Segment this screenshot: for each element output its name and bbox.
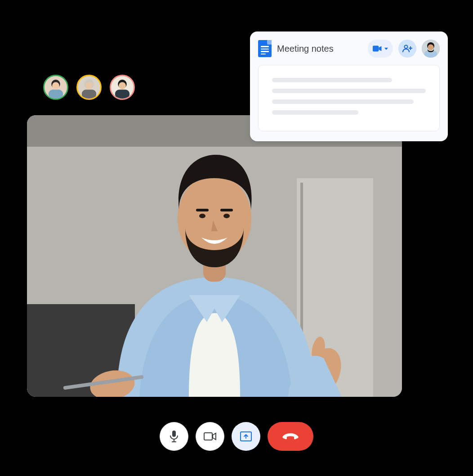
participant-avatars — [43, 75, 135, 100]
svg-rect-3 — [49, 90, 63, 99]
add-person-button[interactable] — [398, 40, 416, 58]
camera-icon — [204, 432, 216, 441]
text-placeholder-line — [272, 110, 358, 115]
svg-rect-27 — [373, 46, 379, 51]
svg-rect-38 — [204, 433, 212, 440]
svg-point-28 — [405, 45, 408, 49]
svg-point-6 — [85, 82, 93, 89]
notes-user-avatar[interactable] — [422, 40, 440, 58]
meeting-notes-panel: Meeting notes — [250, 31, 448, 141]
text-placeholder-line — [272, 89, 426, 93]
participant-avatar-1[interactable] — [43, 75, 68, 100]
participant-avatar-3[interactable] — [110, 75, 135, 100]
text-placeholder-line — [272, 78, 392, 82]
svg-point-19 — [199, 214, 205, 218]
notes-title: Meeting notes — [277, 44, 362, 54]
svg-rect-21 — [196, 209, 209, 211]
svg-point-10 — [119, 82, 126, 89]
notes-header: Meeting notes — [258, 40, 440, 58]
present-screen-button[interactable] — [232, 422, 260, 451]
notes-document-area[interactable] — [258, 65, 440, 131]
hang-up-icon — [282, 432, 299, 440]
hang-up-button[interactable] — [268, 422, 313, 451]
chevron-down-icon — [384, 48, 388, 50]
camera-button[interactable] — [196, 422, 224, 451]
microphone-icon — [169, 430, 179, 443]
camera-dropdown-button[interactable] — [368, 40, 393, 58]
docs-icon — [258, 40, 272, 57]
svg-rect-22 — [220, 209, 233, 211]
svg-rect-35 — [172, 431, 176, 437]
svg-point-20 — [223, 214, 230, 218]
present-screen-icon — [240, 431, 252, 441]
microphone-button[interactable] — [160, 422, 188, 451]
participant-avatar-2[interactable] — [76, 75, 102, 100]
svg-rect-11 — [115, 90, 129, 99]
main-video-tile[interactable] — [27, 115, 402, 397]
svg-point-33 — [428, 45, 434, 50]
call-controls — [160, 422, 313, 451]
text-placeholder-line — [272, 99, 414, 104]
svg-rect-7 — [82, 90, 96, 99]
svg-point-18 — [178, 175, 251, 263]
svg-point-2 — [52, 82, 59, 89]
